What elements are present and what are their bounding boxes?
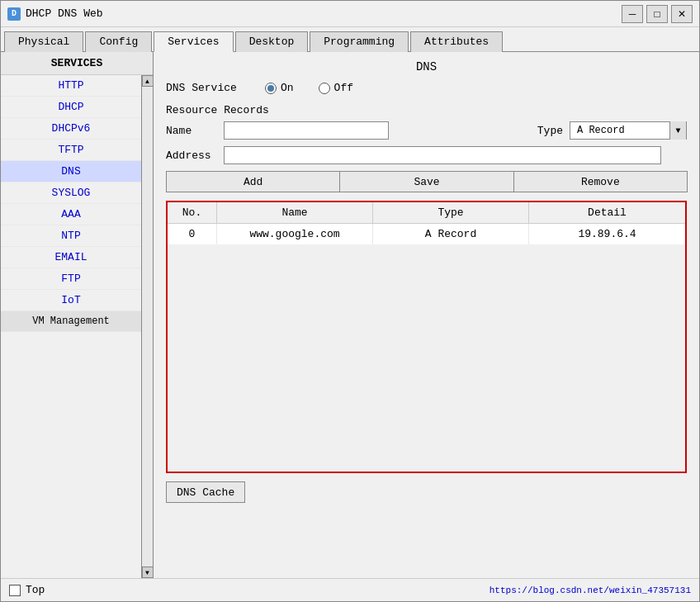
title-bar: D DHCP DNS Web ─ □ ✕ [1, 1, 699, 27]
sidebar-item-ntp[interactable]: NTP [1, 225, 141, 247]
radio-on-option[interactable]: On [265, 82, 294, 94]
top-label: Top [26, 584, 45, 596]
main-window: D DHCP DNS Web ─ □ ✕ Physical Config Ser… [0, 0, 700, 602]
type-select-arrow[interactable]: ▼ [669, 121, 686, 140]
radio-group: On Off [265, 82, 353, 94]
sidebar-item-http[interactable]: HTTP [1, 75, 141, 97]
type-label: Type [537, 125, 563, 137]
status-url: https://blog.csdn.net/weixin_47357131 [490, 585, 691, 595]
sidebar-header: SERVICES [1, 52, 153, 75]
dns-table-container: No. Name Type Detail 0 www.google.com A … [166, 201, 687, 473]
sidebar-scrollbar: ▲ ▼ [141, 75, 153, 578]
tab-config[interactable]: Config [85, 31, 152, 52]
cell-type: A Record [373, 224, 529, 244]
add-button[interactable]: Add [166, 171, 340, 192]
radio-off-option[interactable]: Off [319, 82, 353, 94]
sidebar-item-aaa[interactable]: AAA [1, 204, 141, 225]
table-body: 0 www.google.com A Record 19.89.6.4 [168, 224, 685, 472]
table-row[interactable]: 0 www.google.com A Record 19.89.6.4 [168, 224, 685, 244]
window-title: DHCP DNS Web [26, 7, 622, 20]
button-row: Add Save Remove [166, 171, 687, 192]
minimize-button[interactable]: ─ [622, 5, 643, 23]
scroll-down-button[interactable]: ▼ [142, 566, 154, 578]
cell-name: www.google.com [217, 224, 373, 244]
cell-no: 0 [168, 224, 217, 244]
sidebar-item-iot[interactable]: IoT [1, 290, 141, 311]
tab-bar: Physical Config Services Desktop Program… [1, 27, 699, 52]
panel-title: DNS [166, 60, 687, 73]
scroll-up-button[interactable]: ▲ [142, 75, 154, 87]
app-icon: D [7, 7, 21, 21]
col-header-detail: Detail [529, 202, 685, 223]
window-controls: ─ □ ✕ [622, 5, 693, 23]
name-label: Name [166, 125, 224, 137]
cell-detail: 19.89.6.4 [529, 224, 685, 244]
col-header-no: No. [168, 202, 217, 223]
tab-desktop[interactable]: Desktop [235, 31, 309, 52]
tab-attributes[interactable]: Attributes [410, 31, 503, 52]
type-select[interactable]: A Record ▼ [570, 121, 687, 140]
resource-records-label: Resource Records [166, 104, 687, 116]
name-input[interactable] [224, 121, 389, 140]
table-header-row: No. Name Type Detail [168, 202, 685, 224]
top-checkbox-wrapper: Top [9, 584, 45, 596]
top-checkbox[interactable] [9, 585, 21, 596]
radio-off-circle [319, 83, 330, 94]
address-row: Address [166, 146, 687, 164]
main-content: SERVICES HTTP DHCP DHCPv6 TFTP [1, 52, 699, 578]
radio-on-circle [265, 83, 277, 94]
sidebar-item-dhcp[interactable]: DHCP [1, 97, 141, 118]
remove-button[interactable]: Remove [513, 171, 688, 192]
sidebar-item-dhcpv6[interactable]: DHCPv6 [1, 118, 141, 140]
bottom-bar: Top https://blog.csdn.net/weixin_4735713… [1, 578, 699, 601]
tab-physical[interactable]: Physical [4, 31, 83, 52]
sidebar-item-ftp[interactable]: FTP [1, 268, 141, 290]
maximize-button[interactable]: □ [646, 5, 668, 23]
sidebar-item-vm[interactable]: VM Management [1, 311, 141, 332]
close-button[interactable]: ✕ [671, 5, 693, 23]
radio-off-label: Off [334, 82, 353, 94]
save-button[interactable]: Save [339, 171, 513, 192]
sidebar-scroll: HTTP DHCP DHCPv6 TFTP DNS SYSL [1, 75, 153, 578]
right-panel: DNS DNS Service On Off Resource Rec [154, 52, 699, 578]
address-label: Address [166, 149, 224, 162]
radio-on-label: On [281, 82, 294, 94]
sidebar-item-dns[interactable]: DNS [1, 161, 141, 182]
sidebar-item-email[interactable]: EMAIL [1, 247, 141, 268]
col-header-type: Type [373, 202, 529, 223]
sidebar-items: HTTP DHCP DHCPv6 TFTP DNS SYSL [1, 75, 153, 332]
scroll-track [142, 87, 154, 566]
type-group: Type A Record ▼ [537, 121, 687, 140]
sidebar-item-syslog[interactable]: SYSLOG [1, 182, 141, 204]
dns-cache-button[interactable]: DNS Cache [166, 481, 245, 503]
col-header-name: Name [217, 202, 373, 223]
type-select-text: A Record [570, 125, 669, 136]
dns-service-row: DNS Service On Off [166, 82, 687, 94]
resource-records-section: Resource Records Name Type A Record ▼ [166, 104, 687, 164]
sidebar-item-tftp[interactable]: TFTP [1, 140, 141, 161]
address-input[interactable] [224, 146, 661, 164]
dns-service-label: DNS Service [166, 82, 265, 94]
sidebar: SERVICES HTTP DHCP DHCPv6 TFTP [1, 52, 154, 578]
tab-programming[interactable]: Programming [310, 31, 409, 52]
name-type-row: Name Type A Record ▼ [166, 121, 687, 140]
tab-services[interactable]: Services [154, 31, 233, 52]
